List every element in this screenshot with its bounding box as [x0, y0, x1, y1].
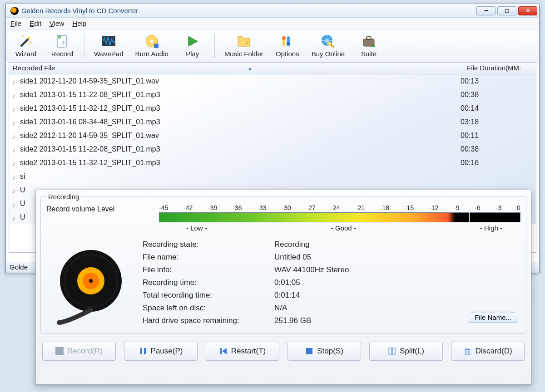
recording-body: Recording state: Recording File name: Un…: [46, 238, 520, 328]
tool-label: Wizard: [15, 50, 37, 58]
file-name: side1 2013-01-15 11-22-08_SPLIT_01.mp3: [20, 91, 461, 99]
value-fileinfo: WAV 44100Hz Stereo: [274, 265, 517, 274]
music-note-icon: ♪: [12, 201, 18, 207]
svg-rect-31: [392, 348, 395, 354]
burn-cd-icon: [144, 34, 159, 49]
discard-button[interactable]: Discard(D): [451, 342, 525, 361]
label-filename: File name:: [143, 253, 265, 262]
file-name-button[interactable]: File Name...: [468, 312, 518, 323]
titlebar: Golden Records Vinyl to CD Converter ━ ▢…: [6, 4, 539, 18]
meter-tick: -36: [233, 204, 242, 211]
pause-button[interactable]: Pause(P): [124, 342, 198, 361]
svg-point-1: [22, 35, 24, 37]
meter-tick: -9: [454, 204, 459, 211]
zone-high: - High -: [480, 224, 502, 232]
menu-view[interactable]: View: [50, 20, 64, 27]
music-note-icon: ♪: [12, 105, 18, 112]
toolbar-wizard[interactable]: Wizard: [8, 32, 44, 59]
svg-rect-32: [465, 349, 470, 355]
svg-point-15: [287, 42, 290, 45]
meter-zones: - Low - - Good - - High -: [159, 224, 520, 232]
toolbar-options[interactable]: Options: [269, 32, 306, 59]
svg-point-25: [89, 279, 93, 283]
toolbar-record[interactable]: +♪Record: [44, 32, 80, 59]
toolbar-separator: [84, 34, 84, 58]
toolbar-suite[interactable]: Suite: [351, 32, 387, 59]
meter-tick: -15: [405, 204, 414, 211]
file-name: side1 2012-11-20 14-59-35_SPLIT_01.wav: [20, 77, 461, 85]
file-name: side1 2013-01-15 11-32-12_SPLIT_01.mp3: [20, 104, 461, 113]
menubar: File Edit View Help: [6, 18, 539, 29]
toolbar-music-folder[interactable]: ♪Music Folder: [218, 32, 269, 59]
meter-tick: -27: [307, 204, 316, 211]
meter-ticks: -45-42-39-36-33-30-27-24-21-18-15-12-9-6…: [159, 204, 520, 211]
list-item[interactable]: ♪side1 2013-01-15 11-32-12_SPLIT_01.mp30…: [9, 102, 536, 115]
restart-button[interactable]: Restart(T): [206, 342, 279, 361]
value-filename: Untitled 05: [274, 253, 517, 262]
meter-tick: 0: [517, 204, 520, 211]
rec-button: Record(R): [42, 342, 116, 361]
stop-button[interactable]: Stop(S): [287, 342, 361, 361]
list-header: Recorded File ▲ File Duration(MM:: [9, 63, 536, 74]
list-item[interactable]: ♪side2 2012-11-20 14-59-35_SPLIT_01.wav0…: [9, 129, 536, 142]
volume-meter: -45-42-39-36-33-30-27-24-21-18-15-12-9-6…: [159, 204, 520, 232]
zone-low: - Low -: [186, 224, 207, 232]
svg-rect-27: [144, 348, 146, 354]
col-duration[interactable]: File Duration(MM:: [463, 63, 536, 74]
music-note-icon: ♪: [12, 78, 18, 84]
meter-tick: -21: [356, 204, 365, 211]
button-label: Stop(S): [317, 347, 343, 356]
list-item[interactable]: ♪side2 2013-01-15 11-32-12_SPLIT_01.mp30…: [9, 156, 536, 170]
toolbar-play[interactable]: Play: [174, 32, 211, 59]
svg-rect-19: [367, 37, 371, 39]
meter-tick: -42: [183, 204, 193, 211]
meter-tick: -18: [380, 204, 389, 211]
wand-icon: [18, 34, 34, 49]
toolbar-wavepad[interactable]: WavePad: [88, 32, 129, 59]
svg-point-17: [327, 42, 331, 45]
toolbar-buy-online[interactable]: Buy Online: [306, 32, 351, 59]
file-duration: 00:38: [461, 145, 533, 153]
menu-edit[interactable]: Edit: [30, 20, 41, 27]
col-recorded-file[interactable]: Recorded File ▲: [9, 63, 463, 74]
zone-good: - Good -: [331, 224, 356, 232]
list-item[interactable]: ♪si: [9, 170, 536, 183]
maximize-button[interactable]: ▢: [497, 6, 516, 15]
file-duration: 00:11: [461, 132, 533, 140]
value-rectime: 0:01:05: [274, 278, 517, 287]
toolbar-burn-audio[interactable]: Burn Audio: [129, 32, 174, 59]
recording-legend: Recording: [46, 193, 81, 201]
tool-label: Record: [51, 50, 73, 58]
svg-rect-18: [363, 39, 374, 46]
minimize-button[interactable]: ━: [476, 6, 495, 15]
file-duration: 00:14: [461, 104, 533, 113]
label-disc: Space left on disc:: [143, 304, 265, 313]
svg-text:♪: ♪: [245, 39, 248, 46]
svg-point-0: [28, 37, 30, 39]
file-name: side2 2012-11-20 14-59-35_SPLIT_01.wav: [20, 132, 461, 140]
file-name: side2 2013-01-15 11-22-08_SPLIT_01.mp3: [20, 145, 461, 153]
list-item[interactable]: ♪side1 2013-01-15 11-22-08_SPLIT_01.mp30…: [9, 88, 536, 102]
meter-tick: -39: [208, 204, 217, 211]
meter-tick: -12: [429, 204, 438, 211]
tool-label: WavePad: [94, 50, 123, 58]
meter-tick: -45: [159, 204, 168, 211]
label-tottime: Total recording time:: [143, 291, 265, 300]
play-icon: [185, 34, 200, 49]
file-duration: 00:38: [461, 91, 533, 99]
list-item[interactable]: ♪side1 2012-11-20 14-59-35_SPLIT_01.wav0…: [9, 74, 536, 88]
split-button[interactable]: Split(L): [369, 342, 443, 361]
menu-help[interactable]: Help: [72, 20, 86, 27]
recording-group: Recording Record volume Level -45-42-39-…: [40, 193, 526, 334]
list-item[interactable]: ♪side1 2013-01-16 08-34-48_SPLIT_01.mp30…: [9, 115, 536, 129]
options-icon: [280, 34, 295, 49]
close-button[interactable]: ✕: [518, 6, 537, 15]
folder-music-icon: ♪: [236, 34, 252, 49]
music-note-icon: ♪: [12, 160, 18, 166]
list-item[interactable]: ♪side2 2013-01-15 11-22-08_SPLIT_01.mp30…: [9, 142, 536, 156]
menu-file[interactable]: File: [10, 20, 21, 27]
tool-label: Play: [186, 50, 199, 58]
app-icon: [10, 7, 19, 15]
meter-bar: [159, 212, 520, 222]
svg-rect-28: [220, 348, 222, 354]
